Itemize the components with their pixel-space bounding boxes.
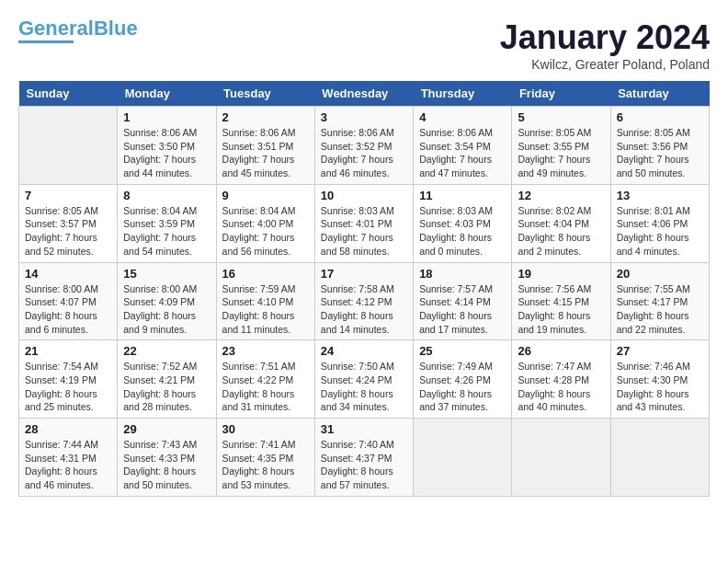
day-info: Sunrise: 8:05 AMSunset: 3:55 PMDaylight:… bbox=[518, 126, 604, 180]
day-cell: 9Sunrise: 8:04 AMSunset: 4:00 PMDaylight… bbox=[216, 184, 314, 262]
day-cell bbox=[610, 419, 709, 497]
day-number: 9 bbox=[222, 189, 309, 202]
day-number: 18 bbox=[419, 267, 506, 281]
calendar-title: January 2024 bbox=[500, 18, 710, 57]
day-cell: 3Sunrise: 8:06 AMSunset: 3:52 PMDaylight… bbox=[314, 107, 413, 185]
day-number: 6 bbox=[617, 110, 703, 124]
day-info: Sunrise: 7:50 AMSunset: 4:24 PMDaylight:… bbox=[321, 360, 407, 414]
week-row-5: 28Sunrise: 7:44 AMSunset: 4:31 PMDayligh… bbox=[19, 419, 710, 497]
day-info: Sunrise: 7:58 AMSunset: 4:12 PMDaylight:… bbox=[321, 282, 407, 337]
weekday-header-saturday: Saturday bbox=[610, 81, 709, 107]
day-cell: 13Sunrise: 8:01 AMSunset: 4:06 PMDayligh… bbox=[610, 184, 709, 262]
calendar-body: 1Sunrise: 8:06 AMSunset: 3:50 PMDaylight… bbox=[19, 107, 710, 497]
day-cell: 8Sunrise: 8:04 AMSunset: 3:59 PMDaylight… bbox=[118, 184, 216, 262]
logo: GeneralBlue bbox=[18, 18, 138, 43]
week-row-1: 1Sunrise: 8:06 AMSunset: 3:50 PMDaylight… bbox=[19, 107, 710, 185]
day-info: Sunrise: 8:05 AMSunset: 3:56 PMDaylight:… bbox=[617, 126, 703, 180]
day-number: 23 bbox=[222, 344, 309, 358]
day-info: Sunrise: 8:04 AMSunset: 3:59 PMDaylight:… bbox=[123, 204, 210, 259]
day-info: Sunrise: 7:56 AMSunset: 4:15 PMDaylight:… bbox=[518, 282, 604, 337]
day-info: Sunrise: 7:54 AMSunset: 4:19 PMDaylight:… bbox=[25, 360, 111, 414]
day-info: Sunrise: 7:52 AMSunset: 4:21 PMDaylight:… bbox=[123, 360, 210, 414]
day-number: 12 bbox=[518, 189, 604, 202]
day-number: 19 bbox=[518, 267, 604, 281]
week-row-4: 21Sunrise: 7:54 AMSunset: 4:19 PMDayligh… bbox=[19, 340, 710, 419]
day-cell: 23Sunrise: 7:51 AMSunset: 4:22 PMDayligh… bbox=[216, 340, 314, 419]
day-number: 8 bbox=[123, 189, 210, 202]
day-cell: 11Sunrise: 8:03 AMSunset: 4:03 PMDayligh… bbox=[414, 184, 512, 262]
day-number: 31 bbox=[321, 422, 407, 436]
day-number: 13 bbox=[617, 189, 703, 202]
day-cell: 19Sunrise: 7:56 AMSunset: 4:15 PMDayligh… bbox=[512, 262, 610, 340]
day-number: 30 bbox=[222, 422, 309, 436]
logo-general: General bbox=[18, 17, 94, 40]
day-cell bbox=[414, 419, 512, 497]
calendar-subtitle: Kwilcz, Greater Poland, Poland bbox=[500, 57, 710, 72]
day-cell: 29Sunrise: 7:43 AMSunset: 4:33 PMDayligh… bbox=[118, 419, 216, 497]
day-info: Sunrise: 8:06 AMSunset: 3:51 PMDaylight:… bbox=[222, 126, 309, 180]
week-row-2: 7Sunrise: 8:05 AMSunset: 3:57 PMDaylight… bbox=[19, 184, 710, 262]
day-cell: 2Sunrise: 8:06 AMSunset: 3:51 PMDaylight… bbox=[216, 107, 314, 185]
day-cell: 28Sunrise: 7:44 AMSunset: 4:31 PMDayligh… bbox=[19, 419, 118, 497]
day-number: 5 bbox=[518, 110, 604, 124]
day-info: Sunrise: 8:02 AMSunset: 4:04 PMDaylight:… bbox=[518, 204, 604, 259]
day-info: Sunrise: 8:04 AMSunset: 4:00 PMDaylight:… bbox=[222, 204, 309, 259]
day-number: 11 bbox=[419, 189, 506, 202]
day-cell bbox=[512, 419, 610, 497]
day-cell: 10Sunrise: 8:03 AMSunset: 4:01 PMDayligh… bbox=[314, 184, 413, 262]
title-block: January 2024 Kwilcz, Greater Poland, Pol… bbox=[500, 18, 710, 72]
day-cell: 6Sunrise: 8:05 AMSunset: 3:56 PMDaylight… bbox=[610, 107, 709, 185]
day-info: Sunrise: 7:55 AMSunset: 4:17 PMDaylight:… bbox=[617, 282, 703, 337]
day-info: Sunrise: 7:40 AMSunset: 4:37 PMDaylight:… bbox=[321, 438, 407, 492]
day-cell: 1Sunrise: 8:06 AMSunset: 3:50 PMDaylight… bbox=[118, 107, 216, 185]
day-number: 27 bbox=[617, 344, 703, 358]
weekday-header-wednesday: Wednesday bbox=[314, 81, 413, 107]
page-header: GeneralBlue January 2024 Kwilcz, Greater… bbox=[18, 18, 710, 72]
day-cell: 25Sunrise: 7:49 AMSunset: 4:26 PMDayligh… bbox=[414, 340, 512, 419]
day-number: 1 bbox=[123, 110, 210, 124]
day-info: Sunrise: 7:41 AMSunset: 4:35 PMDaylight:… bbox=[222, 438, 309, 492]
day-number: 28 bbox=[25, 422, 111, 436]
day-cell: 30Sunrise: 7:41 AMSunset: 4:35 PMDayligh… bbox=[216, 419, 314, 497]
day-cell: 22Sunrise: 7:52 AMSunset: 4:21 PMDayligh… bbox=[118, 340, 216, 419]
day-number: 3 bbox=[321, 110, 407, 124]
day-number: 29 bbox=[123, 422, 210, 436]
logo-blue: Blue bbox=[94, 17, 138, 40]
day-info: Sunrise: 7:43 AMSunset: 4:33 PMDaylight:… bbox=[123, 438, 210, 492]
day-number: 7 bbox=[25, 189, 111, 202]
calendar-table: SundayMondayTuesdayWednesdayThursdayFrid… bbox=[18, 81, 710, 497]
calendar-header: SundayMondayTuesdayWednesdayThursdayFrid… bbox=[19, 81, 710, 107]
day-cell: 16Sunrise: 7:59 AMSunset: 4:10 PMDayligh… bbox=[216, 262, 314, 340]
weekday-header-row: SundayMondayTuesdayWednesdayThursdayFrid… bbox=[19, 81, 710, 107]
weekday-header-monday: Monday bbox=[118, 81, 216, 107]
day-cell: 27Sunrise: 7:46 AMSunset: 4:30 PMDayligh… bbox=[610, 340, 709, 419]
day-info: Sunrise: 8:06 AMSunset: 3:52 PMDaylight:… bbox=[321, 126, 407, 180]
week-row-3: 14Sunrise: 8:00 AMSunset: 4:07 PMDayligh… bbox=[19, 262, 710, 340]
day-number: 16 bbox=[222, 267, 309, 281]
day-cell: 14Sunrise: 8:00 AMSunset: 4:07 PMDayligh… bbox=[19, 262, 118, 340]
day-cell: 17Sunrise: 7:58 AMSunset: 4:12 PMDayligh… bbox=[314, 262, 413, 340]
day-cell: 21Sunrise: 7:54 AMSunset: 4:19 PMDayligh… bbox=[19, 340, 118, 419]
day-info: Sunrise: 8:03 AMSunset: 4:01 PMDaylight:… bbox=[321, 204, 407, 259]
day-number: 26 bbox=[518, 344, 604, 358]
day-number: 21 bbox=[25, 344, 111, 358]
day-cell: 20Sunrise: 7:55 AMSunset: 4:17 PMDayligh… bbox=[610, 262, 709, 340]
day-number: 14 bbox=[25, 267, 111, 281]
day-info: Sunrise: 7:51 AMSunset: 4:22 PMDaylight:… bbox=[222, 360, 309, 414]
day-info: Sunrise: 8:05 AMSunset: 3:57 PMDaylight:… bbox=[25, 204, 111, 259]
day-cell: 18Sunrise: 7:57 AMSunset: 4:14 PMDayligh… bbox=[414, 262, 512, 340]
day-cell: 31Sunrise: 7:40 AMSunset: 4:37 PMDayligh… bbox=[314, 419, 413, 497]
day-info: Sunrise: 7:57 AMSunset: 4:14 PMDaylight:… bbox=[419, 282, 506, 337]
day-cell: 15Sunrise: 8:00 AMSunset: 4:09 PMDayligh… bbox=[118, 262, 216, 340]
day-number: 25 bbox=[419, 344, 506, 358]
weekday-header-thursday: Thursday bbox=[414, 81, 512, 107]
day-info: Sunrise: 8:03 AMSunset: 4:03 PMDaylight:… bbox=[419, 204, 506, 259]
day-cell bbox=[19, 107, 118, 185]
day-number: 4 bbox=[419, 110, 506, 124]
day-info: Sunrise: 8:06 AMSunset: 3:50 PMDaylight:… bbox=[123, 126, 210, 180]
day-cell: 12Sunrise: 8:02 AMSunset: 4:04 PMDayligh… bbox=[512, 184, 610, 262]
day-info: Sunrise: 7:49 AMSunset: 4:26 PMDaylight:… bbox=[419, 360, 506, 414]
day-info: Sunrise: 7:46 AMSunset: 4:30 PMDaylight:… bbox=[617, 360, 703, 414]
weekday-header-friday: Friday bbox=[512, 81, 610, 107]
day-cell: 7Sunrise: 8:05 AMSunset: 3:57 PMDaylight… bbox=[19, 184, 118, 262]
